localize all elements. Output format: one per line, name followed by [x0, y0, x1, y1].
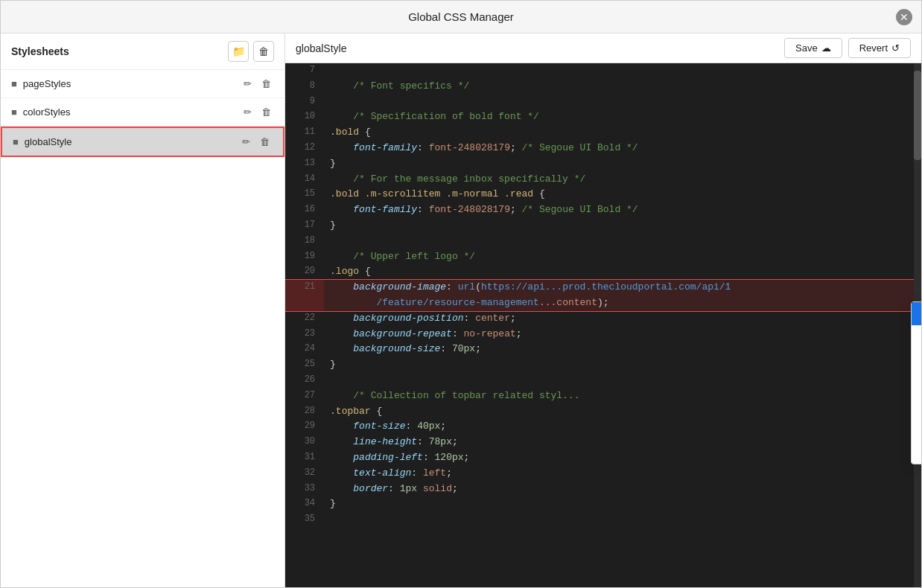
globalStyle-actions: ✏ 🗑 [239, 135, 273, 149]
line-code [324, 95, 921, 110]
line-code [324, 63, 921, 79]
colorStyles-label: colorStyles [23, 106, 235, 118]
line-code: } [324, 218, 921, 234]
line-code: background-position: center; [324, 311, 921, 327]
modal-window: Global CSS Manager ✕ Stylesheets 📁 🗑 ■ p… [0, 0, 922, 588]
delete-pageStyles-button[interactable]: 🗑 [258, 77, 274, 91]
sidebar-item-colorStyles[interactable]: ■ colorStyles ✏ 🗑 [1, 98, 284, 127]
dropdown-item-document-id[interactable]: 📄 Document ID [912, 418, 921, 441]
globalStyle-label: globalStyle [25, 136, 233, 147]
line-code: font-family: font-248028179; /* Segoue U… [324, 202, 921, 218]
sidebar: Stylesheets 📁 🗑 ■ pageStyles ✏ 🗑 ■ color… [1, 33, 285, 587]
table-row: 33 border: 1px solid; [285, 482, 921, 497]
line-code: font-family: font-248028179; /* Segoue U… [324, 141, 921, 156]
line-code: /* For the message inbox specifically */ [324, 172, 921, 188]
colorStyles-actions: ✏ 🗑 [241, 105, 274, 119]
table-row: 26 [285, 373, 921, 389]
line-number: 32 [285, 466, 324, 482]
sidebar-actions: 📁 🗑 [228, 41, 274, 62]
edit-colorStyles-button[interactable]: ✏ [241, 105, 255, 119]
scrollbar-thumb[interactable] [914, 71, 921, 160]
line-code: .logo { [324, 264, 921, 280]
line-code: line-height: 78px; [324, 435, 921, 450]
dropdown-item-font-css[interactable]: Aa Font (CSS) [912, 325, 921, 348]
line-code: } [324, 357, 921, 373]
table-row: 15 .bold .m-scrollitem .m-normal .read { [285, 187, 921, 202]
line-number: 10 [285, 109, 324, 125]
modal-title: Global CSS Manager [408, 10, 514, 23]
sidebar-title: Stylesheets [11, 45, 69, 57]
line-number: 8 [285, 79, 324, 95]
table-row: 28 .topbar { [285, 404, 921, 420]
line-number: 13 [285, 156, 324, 172]
dropdown-item-new-resource[interactable]: + + New resource [912, 348, 921, 371]
line-number: 18 [285, 234, 324, 249]
table-row: 19 /* Upper left logo */ [285, 249, 921, 265]
editor-content[interactable]: 7 8 /* Font specifics */ 9 [285, 63, 921, 587]
line-code: .bold .m-scrollitem .m-normal .read { [324, 187, 921, 202]
line-number: 14 [285, 172, 324, 188]
table-row: 30 line-height: 78px; [285, 435, 921, 450]
save-button[interactable]: Save ☁ [784, 38, 842, 58]
line-number: 20 [285, 264, 324, 280]
delete-stylesheet-button[interactable]: 🗑 [253, 41, 274, 62]
add-stylesheet-button[interactable]: 📁 [228, 41, 249, 62]
close-button[interactable]: ✕ [896, 9, 912, 25]
sidebar-item-globalStyle[interactable]: ■ globalStyle ✏ 🗑 [1, 127, 284, 157]
line-number: 7 [285, 63, 324, 79]
line-code: /* Font specifics */ [324, 79, 921, 95]
delete-colorStyles-button[interactable]: 🗑 [258, 105, 274, 119]
line-number: 26 [285, 373, 324, 389]
table-row: 35 [285, 512, 921, 528]
line-number: 19 [285, 249, 324, 265]
line-number: 33 [285, 482, 324, 497]
table-row: 24 background-size: 70px; [285, 342, 921, 357]
dropdown-item-datasource-id[interactable]: 🗄 Datasource ID [912, 394, 921, 418]
line-code: border: 1px solid; [324, 482, 921, 497]
line-code: /* Upper left logo */ [324, 249, 921, 265]
table-row: 13 } [285, 156, 921, 172]
line-number: 11 [285, 125, 324, 141]
table-row: 34 } [285, 496, 921, 512]
table-row: 32 text-align: left; [285, 466, 921, 482]
line-number: 30 [285, 435, 324, 450]
line-number: 22 [285, 311, 324, 327]
table-row: 12 font-family: font-248028179; /* Segou… [285, 141, 921, 156]
table-row: 8 /* Font specifics */ [285, 79, 921, 95]
edit-globalStyle-button[interactable]: ✏ [239, 135, 253, 149]
sidebar-item-pageStyles[interactable]: ■ pageStyles ✏ 🗑 [1, 70, 284, 98]
line-code: } [324, 496, 921, 512]
table-row: 29 font-size: 40px; [285, 419, 921, 435]
edit-pageStyles-button[interactable]: ✏ [241, 77, 255, 91]
modal-body: Stylesheets 📁 🗑 ■ pageStyles ✏ 🗑 ■ color… [1, 33, 921, 587]
save-icon: ☁ [821, 42, 831, 54]
line-number: 12 [285, 141, 324, 156]
globalStyle-icon: ■ [13, 136, 19, 147]
delete-globalStyle-button[interactable]: 🗑 [257, 135, 273, 149]
table-row: 10 /* Specification of bold font */ [285, 109, 921, 125]
table-row: 31 padding-left: 120px; [285, 450, 921, 466]
line-code: background-image: url(https://api...prod… [324, 280, 921, 311]
table-row: 16 font-family: font-248028179; /* Segou… [285, 202, 921, 218]
line-number: 27 [285, 389, 324, 404]
line-number: 23 [285, 327, 324, 342]
line-code: /* Specification of bold font */ [324, 109, 921, 125]
line-code: .topbar { [324, 404, 921, 420]
revert-button[interactable]: Revert ↺ [848, 38, 911, 58]
dropdown-item-image-url[interactable]: 🖼 Image URL [912, 302, 921, 325]
dropdown-item-menupage-id[interactable]: ☰ Menupage ID [912, 441, 921, 464]
table-row: 17 } [285, 218, 921, 234]
colorStyles-icon: ■ [11, 106, 17, 118]
dropdown-item-template-id[interactable]: ⬚ Template ID [912, 371, 921, 394]
line-code: /* Collection of topbar related styl... [324, 389, 921, 404]
table-row: 20 .logo { [285, 264, 921, 280]
line-number: 15 [285, 187, 324, 202]
line-number: 25 [285, 357, 324, 373]
editor-toolbar: globalStyle Save ☁ Revert ↺ [285, 33, 921, 63]
line-number: 29 [285, 419, 324, 435]
revert-icon: ↺ [891, 42, 900, 54]
line-number: 31 [285, 450, 324, 466]
line-number: 17 [285, 218, 324, 234]
editor-area: 7 8 /* Font specifics */ 9 [285, 63, 921, 587]
table-row: 14 /* For the message inbox specifically… [285, 172, 921, 188]
